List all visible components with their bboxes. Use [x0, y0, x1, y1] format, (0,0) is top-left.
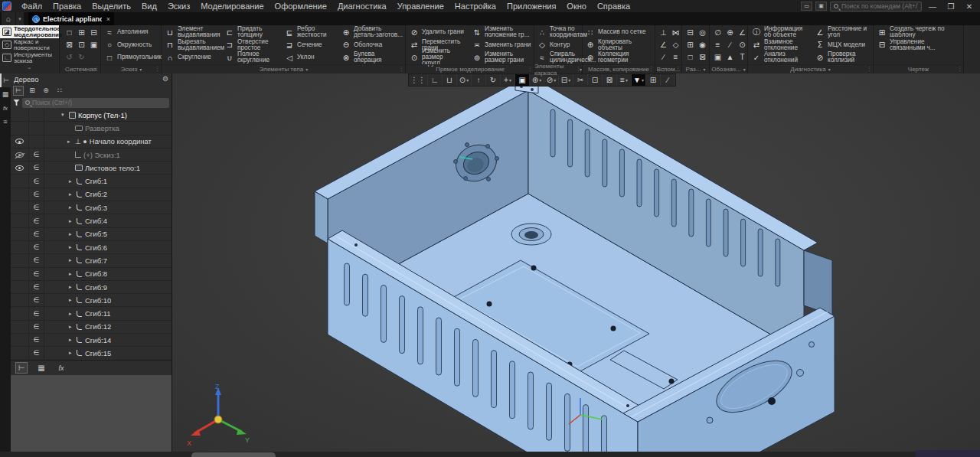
notation-dim-icon[interactable]: ≡ — [712, 39, 724, 51]
tab-close-icon[interactable]: × — [106, 15, 110, 23]
mutual-deviation-button[interactable]: ⇄Взаимное отклонение — [750, 39, 812, 52]
home-caret-icon[interactable]: ▾ — [15, 12, 24, 25]
boolean-button[interactable]: ⊗Булева операция — [340, 51, 404, 64]
add-part-stock-button[interactable]: ⊕Добавить деталь-заготов... — [340, 26, 404, 39]
resize-face-button[interactable]: ⊚Изменить размер грани — [471, 51, 532, 64]
tree-row-bend[interactable]: ∈▸Сгиб:6 — [11, 241, 172, 254]
group-caret-icon[interactable]: ▾ — [305, 67, 308, 72]
notation-mark-icon[interactable]: ⊙ — [737, 39, 748, 51]
fillet-button[interactable]: ∩Скругление — [164, 51, 222, 64]
collapse-icon[interactable]: ▾ — [61, 112, 67, 118]
object-info-button[interactable]: ⓘИнформация об объекте — [750, 26, 812, 39]
home-button[interactable]: ⌂ — [2, 12, 15, 25]
group-options-icon[interactable]: ⋮ — [867, 66, 872, 72]
group-options-icon[interactable]: ⋮ — [957, 66, 962, 72]
restore-button[interactable]: ❐ — [943, 2, 959, 11]
gear-icon[interactable]: ⚙ — [162, 75, 168, 83]
copy-objects-button[interactable]: ⊕Копировать объекты — [584, 39, 654, 52]
tree-search[interactable] — [22, 98, 169, 108]
circle-button[interactable]: ○Окружность — [103, 39, 162, 52]
rib-button[interactable]: ⊑Ребро жесткости — [283, 26, 338, 39]
group-options-icon[interactable]: ⋮ — [576, 66, 581, 72]
tree-row-bend[interactable]: ∈▸Сгиб:11 — [11, 307, 172, 320]
notation-datum-icon[interactable]: ⊕ — [724, 27, 736, 38]
full-round-button[interactable]: ∪Полное скругление — [224, 51, 282, 64]
tree-row-flat-pattern[interactable]: Развертка — [11, 122, 172, 135]
tree-row-bend[interactable]: ∈▸Сгиб:8 — [11, 268, 172, 281]
rotate-view-icon[interactable]: ↻ — [486, 74, 501, 86]
tree-row-bend[interactable]: ∈▸Сгиб:15 — [11, 347, 172, 360]
menu-applications[interactable]: Приложения — [501, 0, 561, 12]
extrude-button[interactable]: ⊔Элемент выдавливания — [164, 26, 222, 39]
tree-relations-icon[interactable]: ⊛ — [41, 86, 51, 96]
notation-diameter-icon[interactable]: ∅ — [712, 27, 724, 38]
aux-plane-icon[interactable]: ⊥ — [658, 27, 669, 38]
notation-table-icon[interactable]: ▣ — [712, 51, 724, 63]
tree-panel-icon[interactable]: ⊢ — [0, 73, 11, 87]
menu-diagnostics[interactable]: Диагностика — [332, 0, 392, 12]
variables-panel-icon[interactable]: fx — [0, 101, 11, 115]
redo-icon[interactable]: ↻ — [76, 51, 87, 63]
tree-row-bend[interactable]: ∈▸Сгиб:3 — [11, 201, 172, 214]
expand-icon[interactable]: ▸ — [69, 191, 74, 197]
menu-window[interactable]: Окно — [561, 0, 592, 12]
group-options-icon[interactable]: ⋮ — [94, 66, 100, 72]
tree-layers-icon[interactable]: ∷ — [54, 86, 65, 96]
notation-arrow-icon[interactable]: ▲ — [724, 51, 736, 63]
menu-select[interactable]: Выделить — [87, 0, 136, 12]
menu-modeling[interactable]: Моделирование — [195, 0, 269, 12]
tree-row-bend[interactable]: ∈▸Сгиб:10 — [11, 294, 172, 307]
tree-row-bend[interactable]: ∈▸Сгиб:9 — [11, 281, 172, 294]
expand-icon[interactable]: ▸ — [69, 231, 74, 237]
expand-icon[interactable]: ▸ — [69, 311, 74, 317]
section-button[interactable]: ⊒Сечение — [283, 39, 338, 52]
undo-icon[interactable]: ↺ — [64, 51, 75, 63]
tree-row-bend[interactable]: ∈▸Сгиб:1 — [11, 175, 172, 188]
aux-line-icon[interactable]: ∕ — [658, 51, 669, 63]
parameters-panel-icon[interactable]: ▦ — [0, 87, 11, 101]
layout-icon-2[interactable]: ◎ — [697, 27, 708, 38]
save-icon[interactable]: ⊟ — [88, 27, 100, 38]
layout-icon-6[interactable]: ⊠ — [697, 51, 708, 63]
notation-leader-icon[interactable]: ∕ — [724, 39, 736, 51]
deviation-analysis-button[interactable]: ✓Анализ отклонений — [750, 51, 812, 64]
print-icon[interactable]: ⊠ — [64, 39, 75, 51]
orientation-icon[interactable]: ↑ — [472, 74, 486, 86]
simple-hole-button[interactable]: ⊐Отверстие простое — [224, 39, 282, 52]
tree-row-bend[interactable]: ∈▸Сгиб:2 — [11, 188, 172, 201]
menu-settings[interactable]: Настройка — [449, 0, 501, 12]
grid-array-button[interactable]: ∷Массив по сетке — [584, 26, 654, 39]
tab-tree[interactable]: ⊢ — [15, 362, 28, 374]
filter-icon[interactable]: ▼▾ — [632, 74, 646, 86]
toolset-sketch-tools[interactable]: ∟ Инструменты эскиза — [0, 51, 59, 64]
sketch-mode-icon[interactable]: ∟ — [428, 74, 443, 86]
menu-file[interactable]: Файл — [16, 0, 47, 12]
split-view-icon[interactable]: ⊞ — [646, 74, 661, 86]
group-caret-icon[interactable]: ▾ — [828, 67, 831, 72]
aux-axis-icon[interactable]: ⋈ — [670, 27, 681, 38]
menu-layout[interactable]: Оформление — [270, 0, 332, 12]
layout-icon-5[interactable]: □ — [684, 51, 696, 63]
tree-row-bend[interactable]: ∈▸Сгиб:14 — [11, 334, 172, 347]
manage-linked-drawings-button[interactable]: ⊟Управление связанными ч... — [876, 39, 962, 52]
tab-parameters[interactable]: ▦ — [35, 362, 47, 374]
group-options-icon[interactable]: ⋮ — [155, 66, 160, 72]
geometry-collection-button[interactable]: ⊛Коллекция геометрии — [584, 51, 654, 64]
orientation-triad[interactable]: X Y Z — [184, 383, 253, 452]
grip-handle[interactable]: ⋮⋮ — [409, 74, 428, 86]
toolset-wireframe-surfaces[interactable]: ◇ Каркас и поверхности — [0, 38, 59, 51]
command-search[interactable] — [830, 2, 922, 11]
create-drawing-template-button[interactable]: ⊞Создать чертеж по шаблону — [876, 26, 962, 39]
draft-button[interactable]: ◁Уклон — [283, 51, 338, 64]
filter-icon[interactable] — [13, 100, 20, 106]
tree-structure-icon[interactable]: ⊢ — [13, 86, 24, 96]
menu-sketch[interactable]: Эскиз — [162, 0, 195, 12]
aux-angle-icon[interactable]: ∠ — [658, 39, 669, 51]
layers-icon[interactable]: ≡▾ — [617, 74, 632, 86]
mass-properties-button[interactable]: ΣМЦХ модели — [814, 39, 872, 52]
notation-angle-icon[interactable]: ∠ — [737, 27, 748, 38]
open-document-icon[interactable]: ⊞ — [76, 27, 87, 38]
measure-pick-icon[interactable]: ∕ — [661, 74, 675, 86]
toolset-chevron-icon[interactable]: ⌄ — [0, 64, 59, 73]
group-caret-icon[interactable]: ▾ — [703, 67, 705, 72]
